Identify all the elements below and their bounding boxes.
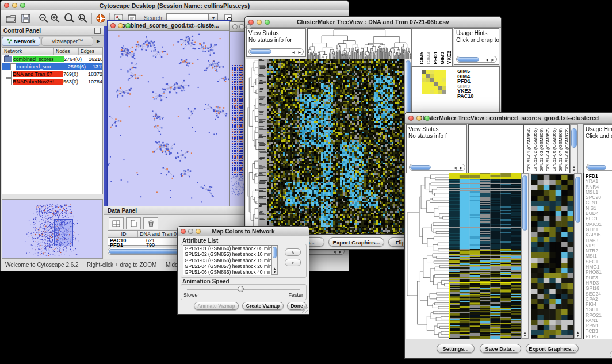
mini-heatmap-cell[interactable]: [426, 90, 430, 94]
mini-heatmap-cell[interactable]: [426, 74, 430, 78]
col-header-network[interactable]: Network: [2, 48, 54, 55]
mini-heatmap-cell[interactable]: [442, 70, 446, 74]
zoom-button[interactable]: [265, 20, 270, 25]
mini-heatmap-cell[interactable]: [442, 90, 446, 94]
attribute-list-scrollbar[interactable]: ▲▼: [271, 246, 278, 275]
mini-heatmap-cell[interactable]: [438, 70, 442, 74]
tv1-hints-h-scrollbar[interactable]: ◀ ▶: [456, 56, 497, 63]
minimize-button[interactable]: [239, 24, 244, 29]
attribute-list-item[interactable]: GPL51-03 (GSM856) heat shock 15 min: [185, 258, 278, 263]
mini-heatmap-cell[interactable]: [422, 82, 426, 86]
help-lifering-icon[interactable]: [95, 13, 106, 24]
mini-heatmap-cell[interactable]: [434, 78, 438, 82]
tv2-column-dendrogram-area[interactable]: [468, 124, 523, 173]
minimize-button[interactable]: [118, 23, 123, 28]
overview-thumbnail[interactable]: [2, 200, 102, 258]
gene-list-item[interactable]: PEP5: [586, 334, 612, 339]
mini-heatmap-cell[interactable]: [434, 86, 438, 90]
attribute-list-item[interactable]: GPL51-06 (GSM865) heat shock 40 min: [185, 269, 278, 275]
tv2-zoom-heatmap[interactable]: [531, 174, 574, 339]
mini-heatmap-cell[interactable]: [442, 86, 446, 90]
mini-heatmap-cell[interactable]: [430, 82, 434, 86]
mini-heatmap-cell[interactable]: [438, 90, 442, 94]
zoom-button[interactable]: [125, 23, 131, 28]
save-session-icon[interactable]: [20, 13, 32, 24]
zoom-fit-icon[interactable]: [63, 13, 75, 24]
minimize-button[interactable]: [416, 116, 422, 121]
mini-heatmap-cell[interactable]: [434, 90, 438, 94]
close-button[interactable]: [181, 229, 186, 234]
mini-heatmap-cell[interactable]: [426, 78, 430, 82]
tab-overflow-arrow[interactable]: ▶: [94, 39, 102, 44]
animate-vizmap-button[interactable]: Animate Vizmap: [194, 302, 239, 310]
zoom-button[interactable]: [196, 229, 201, 234]
mini-heatmap-cell[interactable]: [438, 82, 442, 86]
minimize-button[interactable]: [188, 229, 193, 234]
col-header-edges[interactable]: Edges: [79, 48, 102, 55]
tv2-row-dendrogram[interactable]: [406, 173, 449, 339]
tv2-zoom-v-scrollbar[interactable]: ▲▼: [574, 173, 582, 339]
mini-heatmap-cell[interactable]: [422, 74, 426, 78]
mini-heatmap-cell[interactable]: [422, 78, 426, 82]
main-titlebar[interactable]: Cytoscape Desktop (Session Name: collins…: [1, 1, 349, 11]
datapanel-cell-id[interactable]: PFD1: [108, 243, 138, 247]
tv2-save-data-button[interactable]: Save Data...: [480, 344, 521, 353]
mini-heatmap-cell[interactable]: [430, 78, 434, 82]
mini-heatmap-cell[interactable]: [422, 90, 426, 94]
zoom-button[interactable]: [20, 3, 25, 8]
zoom-button[interactable]: [424, 116, 430, 121]
mini-heatmap-cell[interactable]: [426, 70, 430, 74]
attribute-table-icon[interactable]: [109, 217, 124, 229]
slider-thumb[interactable]: [238, 286, 244, 292]
attribute-list-item[interactable]: GPL51-02 (GSM855) heat shock 10 min: [185, 251, 278, 257]
datapanel-col-id[interactable]: ID: [108, 231, 138, 237]
open-session-icon[interactable]: [5, 13, 17, 24]
mini-heatmap-cell[interactable]: [430, 70, 434, 74]
attribute-list-item[interactable]: GPL51-07 (GSM868) heat shock 60 min: [185, 275, 278, 275]
attribute-down-button[interactable]: ∨: [285, 259, 301, 266]
resize-grip[interactable]: [301, 306, 308, 313]
zoom-button[interactable]: [246, 24, 251, 29]
float-panel-icon[interactable]: [94, 28, 101, 34]
close-button[interactable]: [232, 24, 238, 29]
new-attribute-icon[interactable]: [126, 217, 141, 229]
mini-heatmap-cell[interactable]: [430, 90, 434, 94]
attribute-list-item[interactable]: GPL51-01 (GSM854) heat shock 05 min: [185, 246, 278, 251]
mini-heatmap-cell[interactable]: [422, 86, 426, 90]
tv2-heatmap[interactable]: [449, 173, 521, 339]
close-button[interactable]: [248, 20, 254, 25]
delete-attribute-icon[interactable]: [143, 217, 158, 229]
mini-heatmap-cell[interactable]: [430, 86, 434, 90]
mini-heatmap-cell[interactable]: [434, 74, 438, 78]
mini-heatmap-cell[interactable]: [442, 74, 446, 78]
zoom-out-icon[interactable]: [38, 13, 49, 24]
attribute-list[interactable]: GPL51-01 (GSM854) heat shock 05 minGPL51…: [183, 245, 278, 275]
network-table-row[interactable]: combined_scores2764(0)16218(0): [2, 55, 102, 63]
tv1-status-h-scrollbar[interactable]: ◀ ▶: [248, 48, 304, 55]
network-table-row[interactable]: DNA and Tran 07769(0)183728(0): [2, 70, 102, 78]
minimize-button[interactable]: [257, 20, 262, 25]
mini-heatmap-cell[interactable]: [422, 70, 426, 74]
mini-heatmap-cell[interactable]: [442, 78, 446, 82]
mini-heatmap-cell[interactable]: [438, 74, 442, 78]
mini-heatmap-cell[interactable]: [434, 70, 438, 74]
tv2-export-graphics-button[interactable]: Export Graphics...: [526, 344, 579, 353]
mini-heatmap-cell[interactable]: [426, 86, 430, 90]
close-button[interactable]: [408, 116, 414, 121]
mini-heatmap-cell[interactable]: [434, 82, 438, 86]
close-button[interactable]: [110, 23, 116, 28]
attribute-list-item[interactable]: GPL51-04 (GSM857) heat shock 20 min: [185, 263, 278, 269]
network-table-row[interactable]: combined_sco2569(6)13112(15): [2, 63, 102, 70]
mini-heatmap-cell[interactable]: [426, 82, 430, 86]
tv1-export-graphics-button[interactable]: Export Graphics...: [328, 237, 384, 247]
tv2-hints-h-scrollbar[interactable]: ◀ ▶: [586, 164, 612, 171]
tv2-status-h-scrollbar[interactable]: ◀ ▶: [409, 164, 465, 171]
resize-grip[interactable]: [610, 350, 612, 357]
tv1-column-dendrogram[interactable]: [307, 28, 411, 60]
tv1-row-dendrogram[interactable]: [246, 59, 258, 236]
tv1-mini-heatmap[interactable]: [422, 70, 446, 94]
tv1-heatmap[interactable]: [267, 59, 404, 235]
minimize-button[interactable]: [12, 3, 17, 8]
mini-heatmap-cell[interactable]: [438, 78, 442, 82]
tab-vizmapper[interactable]: VizMapper™: [41, 37, 93, 46]
